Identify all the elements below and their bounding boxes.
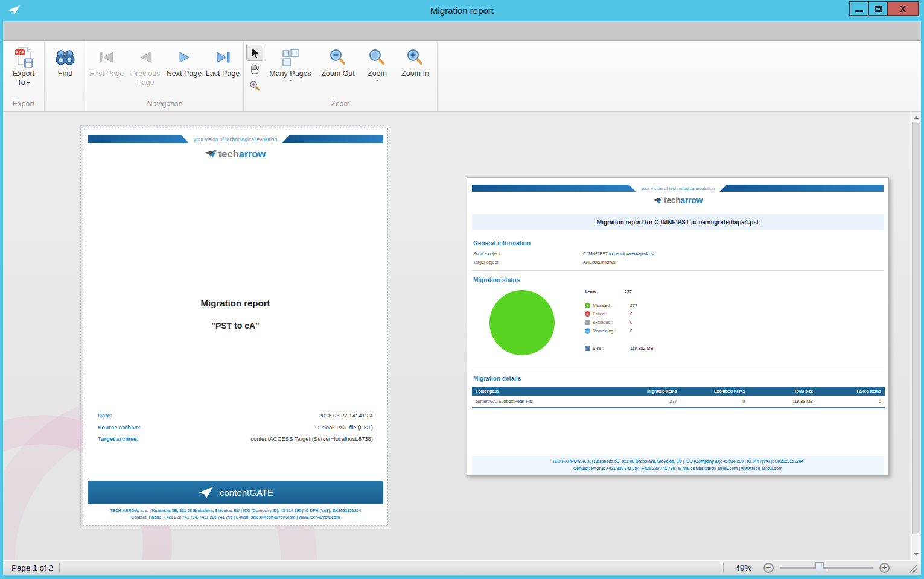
migrated-stat: ✓ Migrated : 277 [585,303,637,308]
general-information-heading: General information [473,240,531,247]
hand-icon [249,63,261,75]
source-archive-field: Source archive:Outlook PST file (PST) [98,424,373,431]
zoom-in-stepper-button[interactable]: + [879,563,890,573]
migration-details-table: Folder path Migrated items Excluded item… [472,387,885,408]
contentgate-banner: contentGATE [88,481,383,504]
techarrow-logo: techarrow [83,148,387,160]
window-title: Migration report [430,5,494,16]
failed-stat: × Failed : 0 [585,311,632,317]
paper-plane-app-icon [7,5,21,18]
techarrow-banner: your vision of technological evolution [472,185,884,192]
magnifier-small-icon [249,80,260,91]
svg-text:PDF: PDF [16,51,25,55]
techarrow-banner: your vision of technological evolution [88,135,383,143]
scrollbar-thumb[interactable] [912,122,920,534]
many-pages-button[interactable]: Many Pages [264,43,316,83]
window-resize-grip[interactable] [909,565,917,573]
find-group: Find [45,41,86,111]
zoom-out-stepper-button[interactable]: − [763,563,774,573]
contentgate-plane-icon [197,486,214,499]
previous-page-button[interactable]: Previous Page [126,43,165,87]
zoom-dropdown-caret [375,80,379,83]
many-pages-icon [281,45,300,69]
report-title: Migration report [83,298,387,308]
section-divider [472,270,884,271]
export-dropdown-caret [27,82,30,86]
zoom-out-icon [329,45,347,69]
cursor-arrow-icon [249,47,261,59]
table-row: contentGATE\Inbox\Peter Fitz 277 0 119.8… [472,396,885,408]
failed-x-icon: × [585,311,590,317]
zoom-icon [368,45,386,69]
section-divider [472,370,884,370]
navigation-group-label: Navigation [88,100,242,111]
arrow-down-icon [914,553,919,558]
pan-hand-tool-button[interactable] [246,61,263,77]
last-page-button[interactable]: Last Page [203,43,242,78]
last-page-icon [214,45,232,69]
next-page-icon [175,45,193,69]
tagline: your vision of technological evolution [636,186,719,191]
page2-report-title: Migration report for C:\MNE\PST to be mi… [472,214,884,230]
zoom-slider-track[interactable] [780,567,873,569]
techarrow-logo-icon [205,150,217,159]
scroll-up-button[interactable] [911,112,921,122]
find-label: Find [58,69,72,78]
report-page-2: your vision of technological evolution t… [467,177,889,476]
minimize-button[interactable] [849,1,869,16]
techarrow-logo-icon [653,197,663,205]
document-viewport[interactable]: your vision of technological evolution t… [3,112,921,560]
table-header-row: Folder path Migrated items Excluded item… [472,387,885,396]
pointer-tool-button[interactable] [246,45,263,61]
migrated-check-icon: ✓ [585,303,590,308]
zoom-percentage: 49% [730,563,757,572]
arrow-up-icon [914,113,919,119]
next-page-button[interactable]: Next Page [165,43,203,78]
migration-status-heading: Migration status [473,277,520,283]
page1-contact-info: TECH-ARROW, a. s. | Kazanská 5B, 821 08 … [83,508,387,521]
window-border [0,575,924,579]
binoculars-icon [54,45,76,69]
contentgate-brand: contentGATE [220,487,273,498]
toolbar: PDF Export To Export [3,41,921,112]
disk-icon [585,346,590,351]
date-field: Date:2018.03.27 14: 41:24 [98,412,373,419]
zoom-slider-center-tick [827,565,827,571]
export-label-line2: To [17,78,25,87]
export-to-button[interactable]: PDF Export To [4,43,43,87]
zoom-in-icon [406,45,424,69]
find-button[interactable]: Find [46,43,84,78]
tagline: your vision of technological evolution [189,136,282,142]
zoom-out-button[interactable]: Zoom Out [316,43,360,78]
first-page-icon [98,45,116,69]
maximize-button[interactable] [868,1,888,16]
ribbon-tab-strip [3,21,921,41]
migration-status-pie-chart [489,290,555,355]
zoom-in-button[interactable]: Zoom In [395,43,436,78]
source-object-row: Source object : C:\MNE\PST to be migrate… [473,251,882,256]
first-page-button[interactable]: First Page [88,43,126,78]
zoom-group-label: Zoom [245,100,436,111]
export-pdf-icon: PDF [13,45,34,69]
techarrow-logo: techarrow [467,195,888,205]
page-indicator: Page 1 of 2 [11,563,53,572]
marquee-zoom-tool-button[interactable] [246,77,263,93]
status-bar: Page 1 of 2 49% − + [3,560,921,575]
scroll-down-button[interactable] [911,549,921,560]
items-stat: Items 277 [585,289,632,294]
report-subtitle: "PST to cA" [83,321,387,331]
remaining-arrow-icon: → [585,328,590,334]
zoom-slider-thumb[interactable] [815,562,824,573]
remaining-stat: → Remaining : 0 [585,328,632,334]
export-group-label: Export [4,100,43,111]
title-bar: Migration report X [0,0,924,21]
excluded-stat: − Excluded : 0 [585,320,632,325]
target-object-row: Target object : ANE@ta.internal [473,259,882,265]
previous-page-icon [136,45,155,69]
navigation-group: First Page Previous Page [86,41,244,111]
zoom-button[interactable]: Zoom [360,43,395,83]
migration-details-heading: Migration details [473,375,521,382]
size-stat: Size : 119.882 MB [585,346,653,351]
vertical-scrollbar[interactable] [911,112,921,560]
close-button[interactable]: X [887,1,919,16]
